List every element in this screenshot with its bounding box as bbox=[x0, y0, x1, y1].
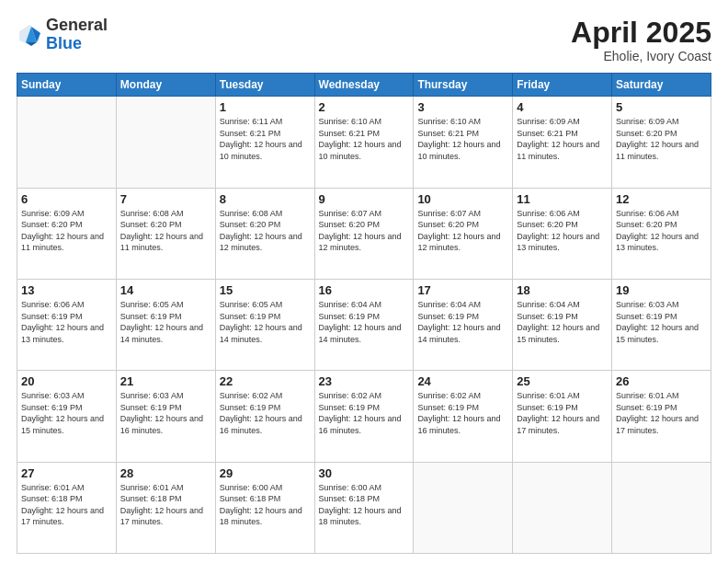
calendar-cell: 5Sunrise: 6:09 AM Sunset: 6:20 PM Daylig… bbox=[612, 97, 711, 188]
calendar-cell: 6Sunrise: 6:09 AM Sunset: 6:20 PM Daylig… bbox=[17, 188, 117, 279]
day-detail: Sunrise: 6:01 AM Sunset: 6:19 PM Dayligh… bbox=[616, 390, 707, 436]
calendar-week-row: 13Sunrise: 6:06 AM Sunset: 6:19 PM Dayli… bbox=[17, 279, 711, 370]
calendar-cell bbox=[513, 462, 612, 553]
calendar-cell: 7Sunrise: 6:08 AM Sunset: 6:20 PM Daylig… bbox=[116, 188, 215, 279]
day-number: 5 bbox=[616, 100, 707, 114]
calendar-cell: 21Sunrise: 6:03 AM Sunset: 6:19 PM Dayli… bbox=[116, 371, 215, 462]
day-number: 2 bbox=[319, 100, 410, 114]
calendar-week-row: 6Sunrise: 6:09 AM Sunset: 6:20 PM Daylig… bbox=[17, 188, 711, 279]
calendar-cell: 18Sunrise: 6:04 AM Sunset: 6:19 PM Dayli… bbox=[513, 279, 612, 370]
day-detail: Sunrise: 6:09 AM Sunset: 6:20 PM Dayligh… bbox=[616, 116, 707, 162]
day-number: 10 bbox=[417, 192, 508, 206]
calendar-cell: 22Sunrise: 6:02 AM Sunset: 6:19 PM Dayli… bbox=[215, 371, 314, 462]
day-number: 1 bbox=[220, 100, 311, 114]
calendar-cell: 19Sunrise: 6:03 AM Sunset: 6:19 PM Dayli… bbox=[612, 279, 711, 370]
day-number: 21 bbox=[120, 374, 211, 388]
calendar-cell: 2Sunrise: 6:10 AM Sunset: 6:21 PM Daylig… bbox=[314, 97, 414, 188]
day-number: 14 bbox=[120, 283, 211, 297]
day-detail: Sunrise: 6:09 AM Sunset: 6:20 PM Dayligh… bbox=[21, 208, 112, 254]
day-number: 28 bbox=[120, 466, 211, 480]
day-detail: Sunrise: 6:03 AM Sunset: 6:19 PM Dayligh… bbox=[120, 390, 211, 436]
calendar-cell bbox=[17, 97, 117, 188]
day-detail: Sunrise: 6:08 AM Sunset: 6:20 PM Dayligh… bbox=[220, 208, 311, 254]
title-month: April 2025 bbox=[571, 17, 711, 49]
day-number: 23 bbox=[319, 374, 410, 388]
title-location: Eholie, Ivory Coast bbox=[571, 49, 711, 63]
day-number: 7 bbox=[120, 192, 211, 206]
day-detail: Sunrise: 6:00 AM Sunset: 6:18 PM Dayligh… bbox=[319, 482, 410, 528]
calendar-cell: 8Sunrise: 6:08 AM Sunset: 6:20 PM Daylig… bbox=[215, 188, 314, 279]
calendar-cell: 9Sunrise: 6:07 AM Sunset: 6:20 PM Daylig… bbox=[314, 188, 414, 279]
logo-text: General Blue bbox=[46, 17, 108, 53]
day-detail: Sunrise: 6:01 AM Sunset: 6:18 PM Dayligh… bbox=[120, 482, 211, 528]
calendar-cell bbox=[414, 462, 513, 553]
calendar-cell bbox=[612, 462, 711, 553]
day-number: 15 bbox=[220, 283, 311, 297]
day-number: 25 bbox=[517, 374, 608, 388]
calendar-header-row: Sunday Monday Tuesday Wednesday Thursday… bbox=[17, 74, 711, 97]
day-number: 20 bbox=[21, 374, 112, 388]
day-detail: Sunrise: 6:06 AM Sunset: 6:20 PM Dayligh… bbox=[517, 208, 608, 254]
calendar-cell: 4Sunrise: 6:09 AM Sunset: 6:21 PM Daylig… bbox=[513, 97, 612, 188]
day-detail: Sunrise: 6:02 AM Sunset: 6:19 PM Dayligh… bbox=[319, 390, 410, 436]
day-number: 19 bbox=[616, 283, 707, 297]
day-number: 6 bbox=[21, 192, 112, 206]
title-block: April 2025 Eholie, Ivory Coast bbox=[571, 17, 711, 63]
day-number: 29 bbox=[220, 466, 311, 480]
day-detail: Sunrise: 6:02 AM Sunset: 6:19 PM Dayligh… bbox=[220, 390, 311, 436]
day-detail: Sunrise: 6:04 AM Sunset: 6:19 PM Dayligh… bbox=[319, 299, 410, 345]
day-number: 30 bbox=[319, 466, 410, 480]
col-tuesday: Tuesday bbox=[215, 74, 314, 97]
calendar-table: Sunday Monday Tuesday Wednesday Thursday… bbox=[17, 73, 711, 554]
calendar-week-row: 20Sunrise: 6:03 AM Sunset: 6:19 PM Dayli… bbox=[17, 371, 711, 462]
day-detail: Sunrise: 6:04 AM Sunset: 6:19 PM Dayligh… bbox=[517, 299, 608, 345]
day-detail: Sunrise: 6:11 AM Sunset: 6:21 PM Dayligh… bbox=[220, 116, 311, 162]
calendar-cell: 12Sunrise: 6:06 AM Sunset: 6:20 PM Dayli… bbox=[612, 188, 711, 279]
header: General Blue April 2025 Eholie, Ivory Co… bbox=[17, 17, 711, 63]
col-wednesday: Wednesday bbox=[314, 74, 414, 97]
col-saturday: Saturday bbox=[612, 74, 711, 97]
calendar-cell: 13Sunrise: 6:06 AM Sunset: 6:19 PM Dayli… bbox=[17, 279, 117, 370]
day-number: 8 bbox=[220, 192, 311, 206]
day-number: 3 bbox=[417, 100, 508, 114]
day-number: 11 bbox=[517, 192, 608, 206]
day-detail: Sunrise: 6:06 AM Sunset: 6:19 PM Dayligh… bbox=[21, 299, 112, 345]
day-detail: Sunrise: 6:05 AM Sunset: 6:19 PM Dayligh… bbox=[220, 299, 311, 345]
day-detail: Sunrise: 6:02 AM Sunset: 6:19 PM Dayligh… bbox=[417, 390, 508, 436]
day-detail: Sunrise: 6:07 AM Sunset: 6:20 PM Dayligh… bbox=[417, 208, 508, 254]
calendar-cell: 15Sunrise: 6:05 AM Sunset: 6:19 PM Dayli… bbox=[215, 279, 314, 370]
calendar-cell: 11Sunrise: 6:06 AM Sunset: 6:20 PM Dayli… bbox=[513, 188, 612, 279]
calendar-week-row: 27Sunrise: 6:01 AM Sunset: 6:18 PM Dayli… bbox=[17, 462, 711, 553]
day-number: 22 bbox=[220, 374, 311, 388]
calendar-cell: 28Sunrise: 6:01 AM Sunset: 6:18 PM Dayli… bbox=[116, 462, 215, 553]
day-detail: Sunrise: 6:08 AM Sunset: 6:20 PM Dayligh… bbox=[120, 208, 211, 254]
calendar-cell bbox=[116, 97, 215, 188]
day-detail: Sunrise: 6:06 AM Sunset: 6:20 PM Dayligh… bbox=[616, 208, 707, 254]
calendar-cell: 20Sunrise: 6:03 AM Sunset: 6:19 PM Dayli… bbox=[17, 371, 117, 462]
logo-blue-text: Blue bbox=[46, 34, 82, 52]
day-detail: Sunrise: 6:10 AM Sunset: 6:21 PM Dayligh… bbox=[319, 116, 410, 162]
day-detail: Sunrise: 6:04 AM Sunset: 6:19 PM Dayligh… bbox=[417, 299, 508, 345]
col-thursday: Thursday bbox=[414, 74, 513, 97]
day-number: 16 bbox=[319, 283, 410, 297]
day-detail: Sunrise: 6:10 AM Sunset: 6:21 PM Dayligh… bbox=[417, 116, 508, 162]
calendar-cell: 3Sunrise: 6:10 AM Sunset: 6:21 PM Daylig… bbox=[414, 97, 513, 188]
calendar-cell: 14Sunrise: 6:05 AM Sunset: 6:19 PM Dayli… bbox=[116, 279, 215, 370]
day-number: 4 bbox=[517, 100, 608, 114]
day-detail: Sunrise: 6:05 AM Sunset: 6:19 PM Dayligh… bbox=[120, 299, 211, 345]
col-friday: Friday bbox=[513, 74, 612, 97]
day-number: 24 bbox=[417, 374, 508, 388]
day-detail: Sunrise: 6:07 AM Sunset: 6:20 PM Dayligh… bbox=[319, 208, 410, 254]
calendar-cell: 25Sunrise: 6:01 AM Sunset: 6:19 PM Dayli… bbox=[513, 371, 612, 462]
col-monday: Monday bbox=[116, 74, 215, 97]
calendar-cell: 26Sunrise: 6:01 AM Sunset: 6:19 PM Dayli… bbox=[612, 371, 711, 462]
day-detail: Sunrise: 6:01 AM Sunset: 6:19 PM Dayligh… bbox=[517, 390, 608, 436]
day-detail: Sunrise: 6:09 AM Sunset: 6:21 PM Dayligh… bbox=[517, 116, 608, 162]
day-detail: Sunrise: 6:03 AM Sunset: 6:19 PM Dayligh… bbox=[21, 390, 112, 436]
calendar-cell: 23Sunrise: 6:02 AM Sunset: 6:19 PM Dayli… bbox=[314, 371, 414, 462]
day-number: 18 bbox=[517, 283, 608, 297]
calendar-cell: 29Sunrise: 6:00 AM Sunset: 6:18 PM Dayli… bbox=[215, 462, 314, 553]
logo-icon bbox=[17, 22, 42, 48]
day-number: 26 bbox=[616, 374, 707, 388]
calendar-cell: 27Sunrise: 6:01 AM Sunset: 6:18 PM Dayli… bbox=[17, 462, 117, 553]
